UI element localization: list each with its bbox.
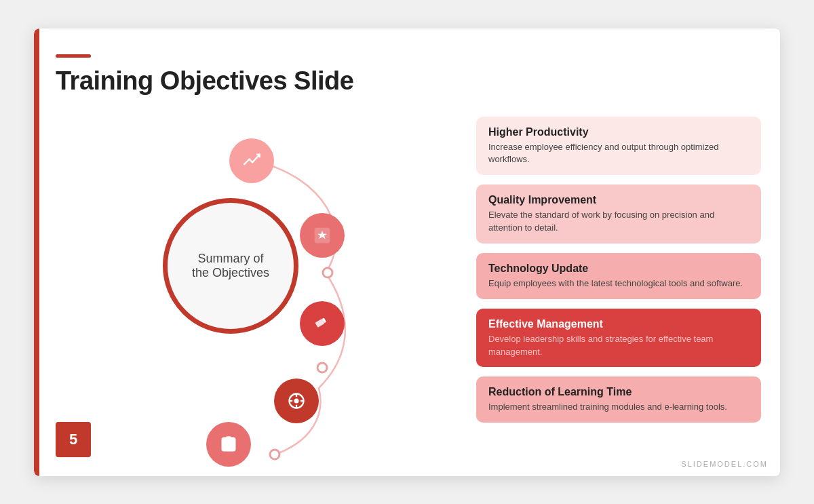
card-productivity: Higher Productivity Increase employee ef… — [476, 117, 761, 176]
card-quality-desc: Elevate the standard of work by focusing… — [488, 209, 749, 235]
icon-quality — [300, 213, 345, 258]
center-diagram: Summary of the Objectives — [109, 123, 366, 435]
svg-point-2 — [317, 363, 327, 372]
icon-management — [274, 379, 319, 423]
card-quality: Quality Improvement Elevate the standard… — [476, 185, 761, 244]
card-productivity-desc: Increase employee efficiency and output … — [488, 141, 749, 167]
svg-rect-17 — [227, 436, 231, 440]
card-productivity-title: Higher Productivity — [488, 126, 749, 138]
card-technology-desc: Equip employees with the latest technolo… — [488, 277, 749, 290]
icon-learning — [206, 422, 251, 467]
card-quality-title: Quality Improvement — [488, 194, 749, 206]
svg-point-3 — [270, 450, 279, 459]
svg-point-9 — [294, 398, 299, 403]
red-bar — [34, 28, 39, 476]
main-circle: Summary of the Objectives — [163, 198, 298, 334]
card-technology: Technology Update Equip employees with t… — [476, 253, 761, 299]
icon-technology — [300, 301, 345, 346]
card-learning: Reduction of Learning Time Implement str… — [476, 376, 761, 423]
svg-rect-14 — [222, 438, 235, 450]
slide: Training Objectives Slide Summary of the… — [34, 28, 780, 476]
card-management-title: Effective Management — [488, 318, 749, 330]
icon-productivity — [229, 138, 274, 183]
title-accent — [56, 54, 91, 58]
watermark: SLIDEMODEL.COM — [681, 460, 768, 468]
card-technology-title: Technology Update — [488, 263, 749, 275]
slide-title: Training Objectives Slide — [56, 66, 353, 96]
card-learning-title: Reduction of Learning Time — [488, 386, 749, 398]
svg-point-1 — [323, 268, 332, 277]
page-number: 5 — [56, 422, 91, 457]
card-management: Effective Management Develop leadership … — [476, 309, 761, 368]
main-circle-line2: the Objectives — [192, 266, 269, 279]
card-learning-desc: Implement streamlined training modules a… — [488, 401, 749, 414]
main-circle-line1: Summary of — [197, 252, 263, 265]
card-management-desc: Develop leadership skills and strategies… — [488, 333, 749, 359]
cards-area: Higher Productivity Increase employee ef… — [476, 117, 761, 423]
